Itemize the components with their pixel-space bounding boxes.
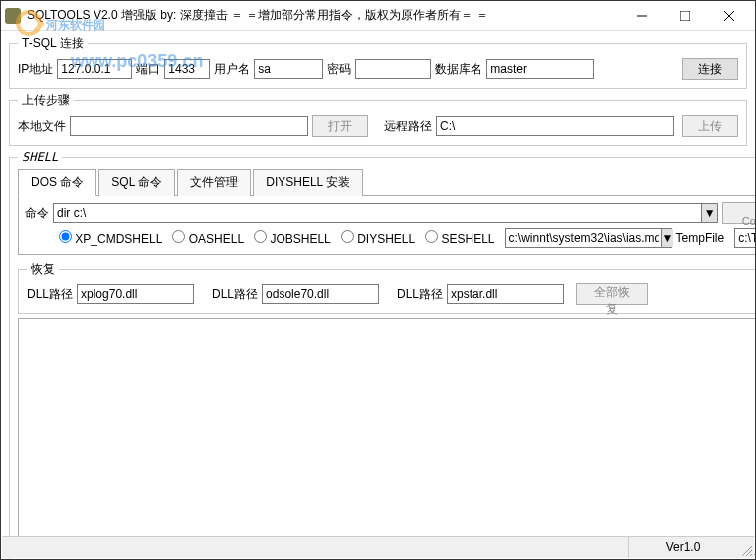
pass-label: 密码: [327, 61, 351, 78]
open-button[interactable]: 打开: [312, 115, 368, 137]
connection-group: T-SQL 连接 IP地址 端口 用户名 密码 数据库名 连接: [9, 35, 747, 89]
tab-file[interactable]: 文件管理: [177, 169, 251, 196]
ip-input[interactable]: [57, 59, 132, 79]
user-label: 用户名: [214, 61, 250, 78]
exec-command-button[interactable]: Exec Command: [722, 202, 756, 224]
svg-rect-1: [680, 11, 690, 21]
command-input[interactable]: [54, 204, 701, 222]
shell-legend: SHELL: [18, 150, 62, 164]
port-input[interactable]: [164, 59, 210, 79]
upload-group: 上传步骤 本地文件 打开 远程路径 上传: [9, 93, 747, 146]
dll3-label: DLL路径: [397, 286, 443, 303]
db-input[interactable]: [486, 59, 594, 79]
radio-seshell[interactable]: SESHELL: [425, 230, 494, 246]
dll2-label: DLL路径: [212, 286, 258, 303]
port-label: 端口: [136, 61, 160, 78]
radio-diyshell[interactable]: DIYSHELL: [341, 230, 415, 246]
radio-jobshell[interactable]: JOBSHELL: [254, 230, 331, 246]
status-version: Ver1.0: [629, 537, 738, 558]
restore-legend: 恢复: [27, 261, 59, 278]
mdb-path-dropdown[interactable]: ▼: [505, 228, 672, 248]
shell-group: SHELL DOS 命令 SQL 命令 文件管理 DIYSHELL 安装 命令 …: [9, 150, 756, 560]
tab-sql[interactable]: SQL 命令: [98, 169, 175, 196]
restore-group: 恢复 ▲ DLL路径 DLL路径 DLL路径 全部恢复: [18, 261, 756, 314]
ip-label: IP地址: [18, 61, 53, 78]
command-label: 命令: [25, 205, 49, 222]
dll2-input[interactable]: [262, 284, 379, 304]
user-input[interactable]: [254, 59, 323, 79]
radio-oashell[interactable]: OASHELL: [172, 230, 244, 246]
connection-legend: T-SQL 连接: [18, 35, 88, 52]
db-label: 数据库名: [435, 61, 482, 78]
chevron-down-icon[interactable]: ▼: [662, 229, 674, 247]
resize-grip-icon[interactable]: [738, 537, 754, 558]
dll1-label: DLL路径: [27, 286, 73, 303]
maximize-button[interactable]: [663, 2, 707, 30]
local-file-input[interactable]: [70, 116, 308, 136]
radio-xpcmdshell[interactable]: XP_CMDSHELL: [59, 230, 162, 246]
shell-tabs: DOS 命令 SQL 命令 文件管理 DIYSHELL 安装: [18, 168, 756, 196]
close-button[interactable]: [707, 2, 751, 30]
remote-path-input[interactable]: [436, 116, 674, 136]
upload-button[interactable]: 上传: [682, 115, 738, 137]
connect-button[interactable]: 连接: [682, 58, 738, 80]
local-file-label: 本地文件: [18, 118, 66, 135]
mdb-path-input[interactable]: [506, 229, 662, 247]
status-left: [2, 537, 629, 558]
remote-path-label: 远程路径: [384, 118, 432, 135]
tempfile-label: TempFile: [676, 231, 725, 245]
upload-legend: 上传步骤: [18, 93, 74, 109]
output-textarea[interactable]: [18, 318, 756, 555]
tab-dos[interactable]: DOS 命令: [18, 169, 96, 196]
tempfile-input[interactable]: [734, 228, 756, 248]
window-title: SQLTOOLS V2.0 增强版 by: 深度撞击 ＝ ＝增加部分常用指令，版…: [27, 7, 620, 24]
command-dropdown[interactable]: ▼: [53, 203, 718, 223]
dll3-input[interactable]: [447, 284, 564, 304]
pass-input[interactable]: [355, 59, 431, 79]
status-bar: Ver1.0: [2, 536, 754, 558]
app-icon: [5, 8, 21, 24]
chevron-down-icon[interactable]: ▼: [701, 204, 717, 222]
svg-line-6: [750, 554, 752, 556]
window-titlebar: SQLTOOLS V2.0 增强版 by: 深度撞击 ＝ ＝增加部分常用指令，版…: [1, 1, 755, 31]
tab-diyshell[interactable]: DIYSHELL 安装: [253, 169, 363, 196]
restore-all-button[interactable]: 全部恢复: [576, 283, 648, 305]
minimize-button[interactable]: [620, 2, 663, 30]
dll1-input[interactable]: [77, 284, 194, 304]
